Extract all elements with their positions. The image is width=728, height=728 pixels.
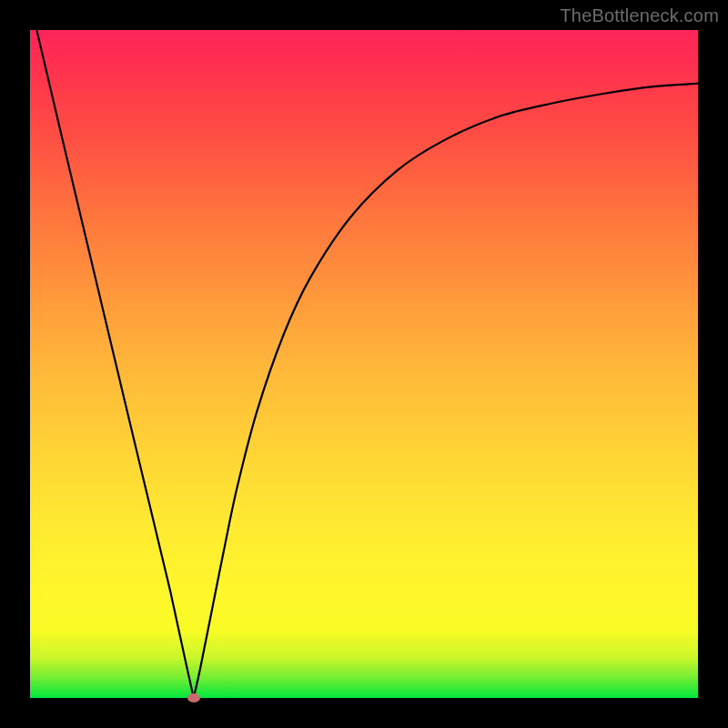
- null-point-marker: [187, 693, 200, 703]
- chart-frame: TheBottleneck.com: [0, 0, 728, 728]
- bottleneck-curve: [36, 30, 698, 698]
- watermark-text: TheBottleneck.com: [560, 5, 719, 26]
- plot-area: [30, 30, 698, 698]
- curve-svg: [30, 30, 698, 698]
